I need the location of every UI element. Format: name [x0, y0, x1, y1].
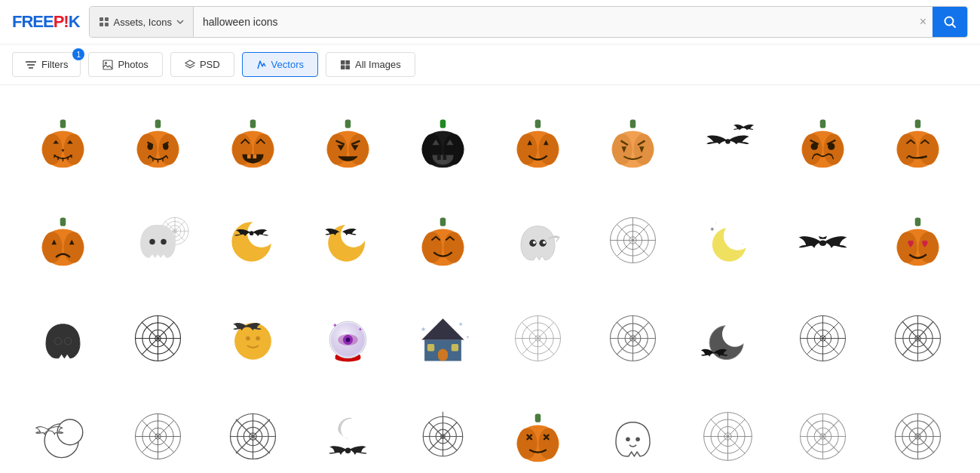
svg-point-83 — [161, 238, 167, 244]
svg-rect-13 — [341, 65, 345, 69]
list-item[interactable] — [680, 93, 775, 191]
category-label: Assets, Icons — [114, 17, 172, 28]
svg-rect-14 — [345, 65, 350, 69]
list-item[interactable] — [205, 93, 300, 191]
svg-point-86 — [249, 231, 253, 235]
svg-point-71 — [63, 232, 83, 263]
svg-point-126 — [246, 336, 250, 340]
list-item[interactable] — [490, 289, 585, 387]
list-item[interactable] — [680, 289, 775, 387]
list-item[interactable] — [775, 93, 870, 191]
grid-icon — [99, 17, 109, 27]
search-bar: Assets, Icons × — [89, 6, 968, 38]
svg-point-21 — [137, 134, 157, 164]
svg-rect-51 — [629, 119, 635, 127]
tab-all-images[interactable]: All Images — [326, 52, 415, 77]
list-item[interactable] — [205, 289, 300, 387]
filter-bar: Filters 1 Photos PSD Vectors All Images — [0, 45, 980, 85]
svg-rect-0 — [100, 17, 103, 21]
svg-rect-30 — [253, 154, 256, 158]
search-input[interactable] — [194, 7, 914, 37]
list-item[interactable] — [300, 387, 395, 473]
icon-grid: ✦ · · — [0, 85, 980, 473]
list-item[interactable] — [870, 191, 965, 289]
list-item[interactable] — [15, 191, 110, 289]
list-item[interactable] — [490, 387, 585, 473]
svg-point-91 — [422, 232, 442, 263]
list-item[interactable] — [15, 93, 110, 191]
svg-rect-89 — [439, 217, 446, 226]
list-item[interactable] — [110, 93, 205, 191]
svg-point-47 — [517, 134, 537, 164]
svg-rect-31 — [345, 119, 351, 127]
svg-text:✦: ✦ — [709, 226, 715, 233]
list-item[interactable] — [585, 387, 680, 473]
svg-text:★: ★ — [420, 326, 425, 333]
tab-vectors-label: Vectors — [271, 59, 304, 70]
list-item[interactable] — [870, 93, 965, 191]
svg-point-106 — [723, 222, 752, 250]
filters-button[interactable]: Filters 1 — [12, 52, 81, 77]
svg-point-10 — [105, 62, 107, 64]
svg-point-66 — [897, 134, 917, 164]
search-button[interactable] — [933, 7, 967, 37]
list-item[interactable] — [775, 191, 870, 289]
clear-button[interactable]: × — [914, 15, 933, 29]
svg-text:✦: ✦ — [465, 334, 469, 339]
svg-point-95 — [532, 241, 535, 244]
list-item[interactable] — [870, 387, 965, 473]
tab-psd[interactable]: PSD — [170, 52, 234, 77]
list-item[interactable] — [585, 93, 680, 191]
tab-all-images-label: All Images — [355, 59, 401, 70]
list-item[interactable] — [490, 93, 585, 191]
svg-point-82 — [149, 238, 155, 244]
svg-point-48 — [538, 134, 558, 164]
list-item[interactable] — [15, 289, 110, 387]
svg-point-17 — [42, 134, 62, 164]
list-item[interactable] — [110, 191, 205, 289]
svg-rect-3 — [105, 23, 109, 26]
svg-point-57 — [725, 139, 730, 144]
list-item[interactable]: ★ ★ ✦ — [395, 289, 490, 387]
photo-icon — [103, 60, 113, 70]
svg-rect-37 — [439, 119, 446, 127]
search-category[interactable]: Assets, Icons — [90, 7, 194, 37]
logo[interactable]: FREEP!K — [12, 12, 80, 32]
filter-badge: 1 — [72, 48, 84, 60]
svg-point-92 — [443, 232, 463, 263]
svg-point-115 — [54, 337, 61, 344]
svg-rect-68 — [60, 217, 66, 226]
list-item[interactable] — [110, 289, 205, 387]
list-item[interactable]: ✦ ✦ — [300, 289, 395, 387]
svg-point-53 — [612, 134, 632, 164]
list-item[interactable] — [870, 289, 965, 387]
list-item[interactable] — [205, 191, 300, 289]
svg-point-70 — [42, 232, 62, 263]
list-item[interactable] — [775, 289, 870, 387]
list-item[interactable] — [300, 191, 395, 289]
list-item[interactable] — [585, 289, 680, 387]
tab-photos[interactable]: Photos — [88, 52, 162, 77]
list-item[interactable] — [300, 93, 395, 191]
list-item[interactable] — [585, 191, 680, 289]
svg-rect-29 — [247, 154, 251, 158]
list-item[interactable] — [775, 387, 870, 473]
svg-rect-44 — [443, 155, 446, 160]
list-item[interactable]: ✦ · · — [680, 191, 775, 289]
tab-vectors[interactable]: Vectors — [242, 52, 318, 77]
list-item[interactable] — [680, 387, 775, 473]
svg-line-5 — [953, 25, 956, 28]
svg-point-162 — [722, 321, 748, 347]
list-item[interactable] — [395, 387, 490, 473]
svg-rect-12 — [345, 60, 350, 65]
list-item[interactable] — [110, 387, 205, 473]
svg-point-127 — [256, 336, 260, 340]
list-item[interactable] — [205, 387, 300, 473]
list-item[interactable] — [490, 191, 585, 289]
list-item[interactable] — [15, 387, 110, 473]
svg-marker-138 — [421, 318, 464, 339]
svg-point-23 — [147, 143, 153, 149]
list-item[interactable] — [395, 191, 490, 289]
svg-rect-45 — [534, 119, 541, 127]
list-item[interactable] — [395, 93, 490, 191]
